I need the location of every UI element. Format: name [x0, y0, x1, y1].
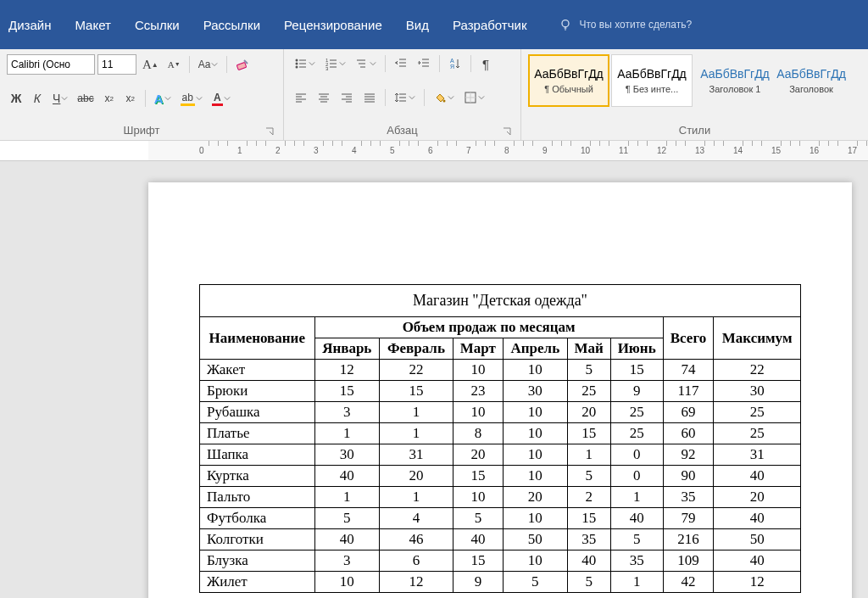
tab-mailings[interactable]: Рассылки: [203, 18, 260, 32]
menu-bar: Дизайн Макет Ссылки Рассылки Рецензирова…: [0, 0, 868, 49]
col-month: Апрель: [503, 338, 567, 360]
tab-design[interactable]: Дизайн: [8, 18, 51, 32]
svg-text:3: 3: [326, 66, 329, 70]
tab-layout[interactable]: Макет: [75, 18, 110, 32]
col-max: Максимум: [714, 317, 801, 360]
strike-button[interactable]: abc: [74, 89, 97, 108]
sort-icon: АЯ: [448, 57, 462, 70]
tab-view[interactable]: Вид: [406, 18, 429, 32]
table-row[interactable]: Жакет122210105157422: [200, 360, 801, 381]
style-normal[interactable]: АаБбВвГгДд ¶ Обычный: [528, 54, 609, 107]
tab-references[interactable]: Ссылки: [135, 18, 180, 32]
table-row[interactable]: Шапка30312010109231: [200, 444, 801, 466]
numbering-icon: 123: [325, 57, 338, 70]
page[interactable]: Магазин "Детская одежда" Наименование Об…: [148, 182, 852, 598]
table-row[interactable]: Платье1181015256025: [200, 423, 801, 444]
table-row[interactable]: Куртка40201510509040: [200, 466, 801, 487]
show-marks-button[interactable]: ¶: [476, 54, 495, 73]
italic-button[interactable]: К: [28, 89, 47, 108]
svg-text:Я: Я: [450, 64, 454, 70]
svg-point-0: [562, 20, 569, 27]
svg-point-4: [296, 66, 298, 69]
multilevel-icon: [355, 57, 369, 70]
font-name-combo[interactable]: [7, 54, 95, 75]
text-effects-button[interactable]: A: [151, 89, 175, 108]
dialog-launcher-icon[interactable]: [502, 126, 512, 137]
shrink-font-button[interactable]: A▼: [164, 55, 184, 74]
align-center-button[interactable]: [314, 88, 334, 107]
outdent-icon: [394, 57, 408, 70]
col-total: Всего: [663, 317, 713, 360]
table-row[interactable]: Футболка5451015407940: [200, 508, 801, 529]
sort-button[interactable]: АЯ: [445, 54, 465, 73]
bullets-button[interactable]: [291, 54, 319, 73]
group-label-paragraph: Абзац: [291, 122, 514, 138]
align-right-icon: [340, 91, 353, 104]
font-size-combo[interactable]: [97, 54, 136, 75]
tell-me-box[interactable]: Что вы хотите сделать?: [559, 18, 692, 31]
table-title: Магазин "Детская одежда": [200, 285, 801, 317]
font-color-button[interactable]: A: [209, 89, 234, 108]
col-volume: Объем продаж по месяцам: [314, 317, 663, 338]
clear-format-button[interactable]: [232, 55, 254, 74]
col-month: Май: [567, 338, 610, 360]
table-row[interactable]: Колготки4046405035521650: [200, 529, 801, 550]
justify-button[interactable]: [359, 88, 380, 107]
multilevel-button[interactable]: [352, 54, 380, 73]
bucket-icon: [433, 91, 447, 104]
horizontal-ruler[interactable]: 0123456789101112131415161718: [148, 141, 868, 161]
shading-button[interactable]: [430, 88, 458, 107]
group-label-font: Шрифт: [7, 122, 276, 138]
style-heading2[interactable]: АаБбВвГгДд Заголовок: [777, 54, 845, 107]
dialog-launcher-icon[interactable]: [264, 126, 275, 137]
svg-text:А: А: [450, 58, 454, 64]
ruler-area: 0123456789101112131415161718: [0, 141, 868, 161]
subscript-button[interactable]: x2: [100, 89, 119, 108]
tab-review[interactable]: Рецензирование: [284, 18, 382, 32]
col-month: Июнь: [610, 338, 663, 360]
change-case-button[interactable]: Aa: [195, 55, 222, 74]
tab-developer[interactable]: Разработчик: [453, 18, 526, 32]
style-heading1[interactable]: АаБбВвГгДд Заголовок 1: [694, 54, 776, 107]
col-name: Наименование: [200, 317, 315, 360]
align-left-icon: [294, 91, 308, 104]
eraser-icon: [236, 57, 251, 72]
document-area: Магазин "Детская одежда" Наименование Об…: [0, 161, 868, 598]
ribbon: A▲ A▼ Aa Ж К Ч abc x2 x2 A ab A Шрифт: [0, 49, 868, 141]
bold-button[interactable]: Ж: [7, 89, 25, 108]
table-row[interactable]: Пальто111020213520: [200, 487, 801, 508]
indent-icon: [417, 57, 431, 70]
col-month: Январь: [314, 338, 379, 360]
underline-button[interactable]: Ч: [49, 89, 71, 108]
decrease-indent-button[interactable]: [391, 54, 411, 73]
highlight-button[interactable]: ab: [177, 89, 206, 108]
style-gallery[interactable]: АаБбВвГгДд ¶ Обычный АаБбВвГгДд ¶ Без ин…: [528, 54, 861, 107]
group-font: A▲ A▼ Aa Ж К Ч abc x2 x2 A ab A Шрифт: [0, 49, 284, 140]
numbering-button[interactable]: 123: [321, 54, 349, 73]
group-label-styles: Стили: [528, 122, 861, 138]
borders-icon: [464, 91, 477, 104]
table-row[interactable]: Жилет101295514212: [200, 572, 801, 593]
data-table[interactable]: Магазин "Детская одежда" Наименование Об…: [199, 284, 801, 593]
svg-point-2: [296, 59, 298, 62]
table-row[interactable]: Брюки1515233025911730: [200, 381, 801, 402]
svg-rect-1: [237, 62, 247, 70]
col-month: Март: [453, 338, 503, 360]
borders-button[interactable]: [460, 88, 488, 107]
align-right-button[interactable]: [337, 88, 357, 107]
line-spacing-button[interactable]: [391, 88, 419, 107]
superscript-button[interactable]: x2: [121, 89, 140, 108]
style-no-spacing[interactable]: АаБбВвГгДд ¶ Без инте...: [611, 54, 693, 107]
lightbulb-icon: [559, 18, 572, 31]
grow-font-button[interactable]: A▲: [139, 55, 162, 74]
group-styles: АаБбВвГгДд ¶ Обычный АаБбВвГгДд ¶ Без ин…: [521, 49, 868, 140]
align-center-icon: [317, 91, 331, 104]
line-spacing-icon: [394, 91, 408, 104]
increase-indent-button[interactable]: [414, 54, 434, 73]
justify-icon: [363, 91, 376, 104]
table-row[interactable]: Рубашка31101020256925: [200, 402, 801, 423]
svg-point-3: [296, 63, 298, 65]
table-row[interactable]: Блузка361510403510940: [200, 550, 801, 572]
align-left-button[interactable]: [291, 88, 311, 107]
group-paragraph: 123 АЯ ¶ Абзац: [284, 49, 521, 140]
